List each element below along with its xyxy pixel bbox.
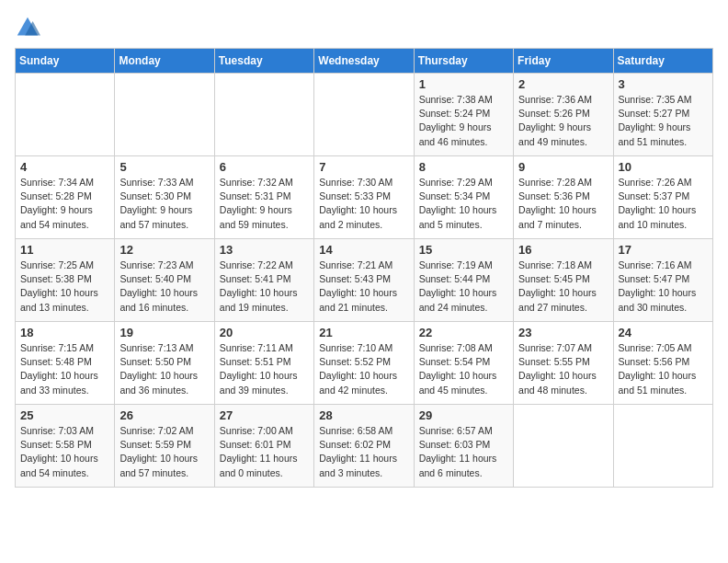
day-detail: Sunrise: 6:57 AM Sunset: 6:03 PM Dayligh…: [419, 424, 508, 480]
day-number: 26: [119, 408, 209, 422]
day-detail: Sunrise: 7:03 AM Sunset: 5:58 PM Dayligh…: [20, 424, 109, 480]
day-header-thursday: Thursday: [414, 49, 513, 74]
day-cell: 1Sunrise: 7:38 AM Sunset: 5:24 PM Daylig…: [414, 74, 513, 156]
day-detail: Sunrise: 7:21 AM Sunset: 5:43 PM Dayligh…: [319, 259, 408, 315]
day-detail: Sunrise: 7:25 AM Sunset: 5:38 PM Dayligh…: [20, 259, 109, 315]
day-number: 6: [220, 160, 309, 174]
week-row-1: 1Sunrise: 7:38 AM Sunset: 5:24 PM Daylig…: [16, 74, 713, 156]
day-detail: Sunrise: 7:18 AM Sunset: 5:45 PM Dayligh…: [518, 259, 608, 315]
day-detail: Sunrise: 7:07 AM Sunset: 5:55 PM Dayligh…: [518, 341, 608, 397]
day-detail: Sunrise: 7:35 AM Sunset: 5:27 PM Dayligh…: [619, 93, 708, 149]
day-header-monday: Monday: [115, 49, 214, 74]
day-detail: Sunrise: 7:15 AM Sunset: 5:48 PM Dayligh…: [20, 341, 109, 397]
logo: [15, 15, 44, 40]
week-row-4: 18Sunrise: 7:15 AM Sunset: 5:48 PM Dayli…: [16, 322, 713, 405]
day-cell: [115, 74, 214, 156]
day-number: 20: [220, 326, 309, 339]
day-detail: Sunrise: 7:30 AM Sunset: 5:33 PM Dayligh…: [319, 176, 408, 232]
header-row: SundayMondayTuesdayWednesdayThursdayFrid…: [16, 49, 713, 74]
day-number: 10: [619, 160, 708, 174]
day-cell: [613, 405, 712, 488]
day-cell: 29Sunrise: 6:57 AM Sunset: 6:03 PM Dayli…: [414, 405, 513, 488]
week-row-3: 11Sunrise: 7:25 AM Sunset: 5:38 PM Dayli…: [16, 239, 713, 322]
day-detail: Sunrise: 7:26 AM Sunset: 5:37 PM Dayligh…: [619, 176, 708, 232]
page-header: [15, 15, 713, 40]
day-cell: [314, 74, 414, 156]
day-number: 29: [419, 408, 508, 422]
day-cell: 10Sunrise: 7:26 AM Sunset: 5:37 PM Dayli…: [613, 156, 712, 239]
day-cell: 4Sunrise: 7:34 AM Sunset: 5:28 PM Daylig…: [16, 156, 115, 239]
day-cell: 28Sunrise: 6:58 AM Sunset: 6:02 PM Dayli…: [314, 405, 414, 488]
day-cell: [514, 405, 613, 488]
day-cell: 17Sunrise: 7:16 AM Sunset: 5:47 PM Dayli…: [613, 239, 712, 322]
day-cell: 25Sunrise: 7:03 AM Sunset: 5:58 PM Dayli…: [16, 405, 115, 488]
day-detail: Sunrise: 7:33 AM Sunset: 5:30 PM Dayligh…: [119, 176, 209, 232]
day-header-tuesday: Tuesday: [214, 49, 313, 74]
day-detail: Sunrise: 7:00 AM Sunset: 6:01 PM Dayligh…: [220, 424, 309, 480]
day-cell: 11Sunrise: 7:25 AM Sunset: 5:38 PM Dayli…: [16, 239, 115, 322]
day-number: 9: [518, 160, 608, 174]
day-header-friday: Friday: [514, 49, 613, 74]
day-number: 7: [319, 160, 408, 174]
day-cell: 14Sunrise: 7:21 AM Sunset: 5:43 PM Dayli…: [314, 239, 414, 322]
day-cell: [214, 74, 313, 156]
day-header-saturday: Saturday: [613, 49, 712, 74]
day-detail: Sunrise: 7:23 AM Sunset: 5:40 PM Dayligh…: [119, 259, 209, 315]
day-number: 16: [518, 243, 608, 257]
day-detail: Sunrise: 7:34 AM Sunset: 5:28 PM Dayligh…: [20, 176, 109, 232]
day-detail: Sunrise: 7:22 AM Sunset: 5:41 PM Dayligh…: [220, 259, 309, 315]
day-number: 15: [419, 243, 508, 257]
day-cell: 24Sunrise: 7:05 AM Sunset: 5:56 PM Dayli…: [613, 322, 712, 405]
day-cell: 20Sunrise: 7:11 AM Sunset: 5:51 PM Dayli…: [214, 322, 313, 405]
day-number: 25: [20, 408, 109, 422]
day-detail: Sunrise: 7:13 AM Sunset: 5:50 PM Dayligh…: [119, 341, 209, 397]
day-number: 22: [419, 326, 508, 339]
day-number: 21: [319, 326, 408, 339]
day-detail: Sunrise: 7:28 AM Sunset: 5:36 PM Dayligh…: [518, 176, 608, 232]
day-cell: 3Sunrise: 7:35 AM Sunset: 5:27 PM Daylig…: [613, 74, 712, 156]
week-row-5: 25Sunrise: 7:03 AM Sunset: 5:58 PM Dayli…: [16, 405, 713, 488]
day-number: 28: [319, 408, 408, 422]
day-detail: Sunrise: 7:36 AM Sunset: 5:26 PM Dayligh…: [518, 93, 608, 149]
day-number: 24: [619, 326, 708, 339]
day-detail: Sunrise: 7:05 AM Sunset: 5:56 PM Dayligh…: [619, 341, 708, 397]
day-cell: 23Sunrise: 7:07 AM Sunset: 5:55 PM Dayli…: [514, 322, 613, 405]
day-cell: 2Sunrise: 7:36 AM Sunset: 5:26 PM Daylig…: [514, 74, 613, 156]
day-cell: 16Sunrise: 7:18 AM Sunset: 5:45 PM Dayli…: [514, 239, 613, 322]
day-cell: 7Sunrise: 7:30 AM Sunset: 5:33 PM Daylig…: [314, 156, 414, 239]
day-detail: Sunrise: 6:58 AM Sunset: 6:02 PM Dayligh…: [319, 424, 408, 480]
day-number: 1: [419, 77, 508, 91]
day-number: 4: [20, 160, 109, 174]
day-detail: Sunrise: 7:19 AM Sunset: 5:44 PM Dayligh…: [419, 259, 508, 315]
day-detail: Sunrise: 7:10 AM Sunset: 5:52 PM Dayligh…: [319, 341, 408, 397]
logo-icon: [15, 15, 40, 40]
day-cell: 12Sunrise: 7:23 AM Sunset: 5:40 PM Dayli…: [115, 239, 214, 322]
day-detail: Sunrise: 7:29 AM Sunset: 5:34 PM Dayligh…: [419, 176, 508, 232]
day-detail: Sunrise: 7:32 AM Sunset: 5:31 PM Dayligh…: [220, 176, 309, 232]
day-number: 27: [220, 408, 309, 422]
day-cell: 27Sunrise: 7:00 AM Sunset: 6:01 PM Dayli…: [214, 405, 313, 488]
day-cell: 19Sunrise: 7:13 AM Sunset: 5:50 PM Dayli…: [115, 322, 214, 405]
day-number: 18: [20, 326, 109, 339]
day-cell: 15Sunrise: 7:19 AM Sunset: 5:44 PM Dayli…: [414, 239, 513, 322]
day-header-wednesday: Wednesday: [314, 49, 414, 74]
day-detail: Sunrise: 7:11 AM Sunset: 5:51 PM Dayligh…: [220, 341, 309, 397]
day-number: 12: [119, 243, 209, 257]
day-cell: 8Sunrise: 7:29 AM Sunset: 5:34 PM Daylig…: [414, 156, 513, 239]
day-detail: Sunrise: 7:38 AM Sunset: 5:24 PM Dayligh…: [419, 93, 508, 149]
day-number: 19: [119, 326, 209, 339]
day-cell: 21Sunrise: 7:10 AM Sunset: 5:52 PM Dayli…: [314, 322, 414, 405]
day-number: 17: [619, 243, 708, 257]
day-cell: 5Sunrise: 7:33 AM Sunset: 5:30 PM Daylig…: [115, 156, 214, 239]
day-number: 5: [119, 160, 209, 174]
day-detail: Sunrise: 7:16 AM Sunset: 5:47 PM Dayligh…: [619, 259, 708, 315]
day-number: 13: [220, 243, 309, 257]
day-cell: 6Sunrise: 7:32 AM Sunset: 5:31 PM Daylig…: [214, 156, 313, 239]
day-number: 3: [619, 77, 708, 91]
day-cell: 18Sunrise: 7:15 AM Sunset: 5:48 PM Dayli…: [16, 322, 115, 405]
week-row-2: 4Sunrise: 7:34 AM Sunset: 5:28 PM Daylig…: [16, 156, 713, 239]
day-detail: Sunrise: 7:08 AM Sunset: 5:54 PM Dayligh…: [419, 341, 508, 397]
calendar-table: SundayMondayTuesdayWednesdayThursdayFrid…: [15, 48, 713, 488]
day-cell: 9Sunrise: 7:28 AM Sunset: 5:36 PM Daylig…: [514, 156, 613, 239]
day-detail: Sunrise: 7:02 AM Sunset: 5:59 PM Dayligh…: [119, 424, 209, 480]
